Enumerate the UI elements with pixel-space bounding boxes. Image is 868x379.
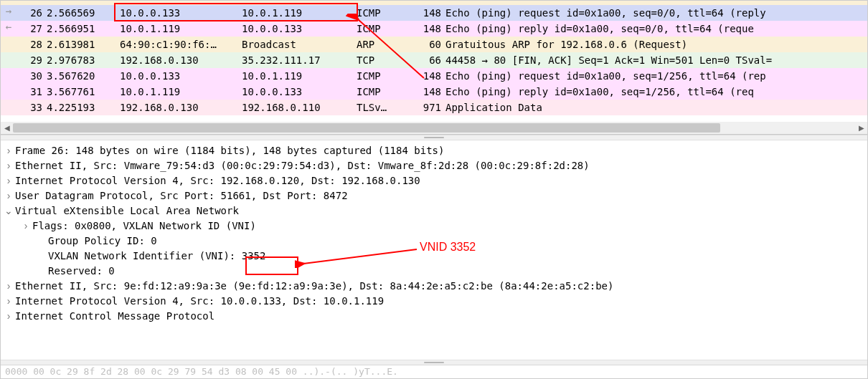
packet-destination: 10.0.1.119 <box>240 68 355 84</box>
packet-length: 148 <box>407 68 444 84</box>
packet-num: 33 <box>1 100 45 115</box>
expand-icon[interactable]: › <box>21 219 31 234</box>
packet-time: 2.566951 <box>45 21 118 37</box>
packet-length: 66 <box>407 52 444 68</box>
packet-row[interactable]: 334.225193192.168.0.130192.168.0.110TLSv… <box>1 100 867 115</box>
packet-protocol: ICMP <box>355 21 407 37</box>
expand-icon[interactable]: › <box>4 309 14 324</box>
packet-direction-icon: ← <box>1 21 16 32</box>
packet-info: 44458 → 80 [FIN, ACK] Seq=1 Ack=1 Win=50… <box>444 52 867 68</box>
tree-vxlan-reserved[interactable]: Reserved: 0 <box>2 264 866 279</box>
expand-icon[interactable]: › <box>4 158 14 173</box>
scrollbar-thumb[interactable] <box>13 123 720 133</box>
packet-source: 10.0.1.119 <box>118 21 240 37</box>
packet-protocol: ICMP <box>355 84 407 100</box>
scrollbar-track[interactable] <box>13 122 855 134</box>
tree-eth-inner[interactable]: ›Ethernet II, Src: 9e:fd:12:a9:9a:3e (9e… <box>2 279 866 294</box>
expand-icon[interactable]: › <box>4 188 14 203</box>
tree-vxlan-flags[interactable]: ›Flags: 0x0800, VXLAN Network ID (VNI) <box>2 219 866 234</box>
packet-details-pane[interactable]: ›Frame 26: 148 bytes on wire (1184 bits)… <box>1 140 867 325</box>
packet-row[interactable]: 282.61398164:90:c1:90:f6:…BroadcastARP60… <box>1 37 867 52</box>
packet-length: 148 <box>407 84 444 100</box>
tree-udp[interactable]: ›User Datagram Protocol, Src Port: 51661… <box>2 188 866 203</box>
packet-direction-icon: → <box>1 5 16 16</box>
tree-vxlan[interactable]: ⌄Virtual eXtensible Local Area Network <box>2 203 866 219</box>
expand-icon[interactable]: › <box>4 294 14 309</box>
packet-list-pane[interactable]: 251.7499849a:37:5a:8a:88:…BroadcastARP60… <box>1 1 867 135</box>
packet-info: Echo (ping) request id=0x1a00, seq=0/0, … <box>444 5 867 21</box>
packet-destination: 192.168.0.110 <box>240 100 355 115</box>
packet-source: 10.0.0.133 <box>118 5 240 21</box>
packet-destination: 10.0.0.133 <box>240 84 355 100</box>
packet-info: Application Data <box>444 100 867 115</box>
packet-destination: Broadcast <box>240 37 355 52</box>
scroll-left-icon[interactable]: ◀ <box>1 122 13 134</box>
tree-eth-outer[interactable]: ›Ethernet II, Src: Vmware_79:54:d3 (00:0… <box>2 158 866 173</box>
packet-row[interactable]: 313.56776110.0.1.11910.0.0.133ICMP148Ech… <box>1 84 867 100</box>
packet-row[interactable]: 272.56695110.0.1.11910.0.0.133ICMP148Ech… <box>1 21 867 37</box>
packet-list-scrollbar[interactable]: ◀ ▶ <box>1 122 867 134</box>
packet-info: Echo (ping) request id=0x1a00, seq=1/256… <box>444 68 867 84</box>
expand-icon[interactable]: › <box>4 173 14 188</box>
packet-num: 31 <box>1 84 45 100</box>
packet-protocol: ARP <box>355 37 407 52</box>
tree-vxlan-gpid[interactable]: Group Policy ID: 0 <box>2 234 866 249</box>
packet-destination: 10.0.0.133 <box>240 21 355 37</box>
bytes-pane-preview: 0000 00 0c 29 8f 2d 28 00 0c 29 79 54 d3… <box>1 365 867 378</box>
packet-destination: 35.232.111.17 <box>240 52 355 68</box>
expand-icon[interactable]: › <box>4 143 14 158</box>
packet-num: 29 <box>1 52 45 68</box>
packet-time: 2.613981 <box>45 37 118 52</box>
packet-time: 2.976783 <box>45 52 118 68</box>
packet-row[interactable]: 262.56656910.0.0.13310.0.1.119ICMP148Ech… <box>1 5 867 21</box>
packet-protocol: TLSv… <box>355 100 407 115</box>
packet-protocol: ICMP <box>355 68 407 84</box>
packet-row[interactable]: 303.56762010.0.0.13310.0.1.119ICMP148Ech… <box>1 68 867 84</box>
tree-vxlan-vni[interactable]: VXLAN Network Identifier (VNI): 3352 <box>2 249 866 264</box>
packet-info: Gratuitous ARP for 192.168.0.6 (Request) <box>444 37 867 52</box>
packet-time: 3.567620 <box>45 68 118 84</box>
tree-ip-outer[interactable]: ›Internet Protocol Version 4, Src: 192.1… <box>2 173 866 188</box>
packet-source: 10.0.1.119 <box>118 84 240 100</box>
collapse-icon[interactable]: ⌄ <box>4 203 14 219</box>
packet-length: 148 <box>407 21 444 37</box>
expand-icon[interactable]: › <box>4 279 14 294</box>
tree-icmp[interactable]: ›Internet Control Message Protocol <box>2 309 866 324</box>
packet-length: 148 <box>407 5 444 21</box>
packet-destination: 10.0.1.119 <box>240 5 355 21</box>
scroll-right-icon[interactable]: ▶ <box>855 122 867 134</box>
packet-num: 28 <box>1 37 45 52</box>
tree-ip-inner[interactable]: ›Internet Protocol Version 4, Src: 10.0.… <box>2 294 866 309</box>
pane-splitter[interactable] <box>1 135 867 140</box>
packet-source: 64:90:c1:90:f6:… <box>118 37 240 52</box>
packet-protocol: TCP <box>355 52 407 68</box>
packet-source: 10.0.0.133 <box>118 68 240 84</box>
packet-time: 2.566569 <box>45 5 118 21</box>
packet-source: 192.168.0.130 <box>118 100 240 115</box>
packet-length: 60 <box>407 37 444 52</box>
packet-length: 971 <box>407 100 444 115</box>
packet-time: 4.225193 <box>45 100 118 115</box>
packet-protocol: ICMP <box>355 5 407 21</box>
packet-num: 30 <box>1 68 45 84</box>
packet-source: 192.168.0.130 <box>118 52 240 68</box>
packet-info: Echo (ping) reply id=0x1a00, seq=0/0, tt… <box>444 21 867 37</box>
tree-frame[interactable]: ›Frame 26: 148 bytes on wire (1184 bits)… <box>2 143 866 158</box>
packet-info: Echo (ping) reply id=0x1a00, seq=1/256, … <box>444 84 867 100</box>
packet-time: 3.567761 <box>45 84 118 100</box>
packet-row[interactable]: 292.976783192.168.0.13035.232.111.17TCP6… <box>1 52 867 68</box>
